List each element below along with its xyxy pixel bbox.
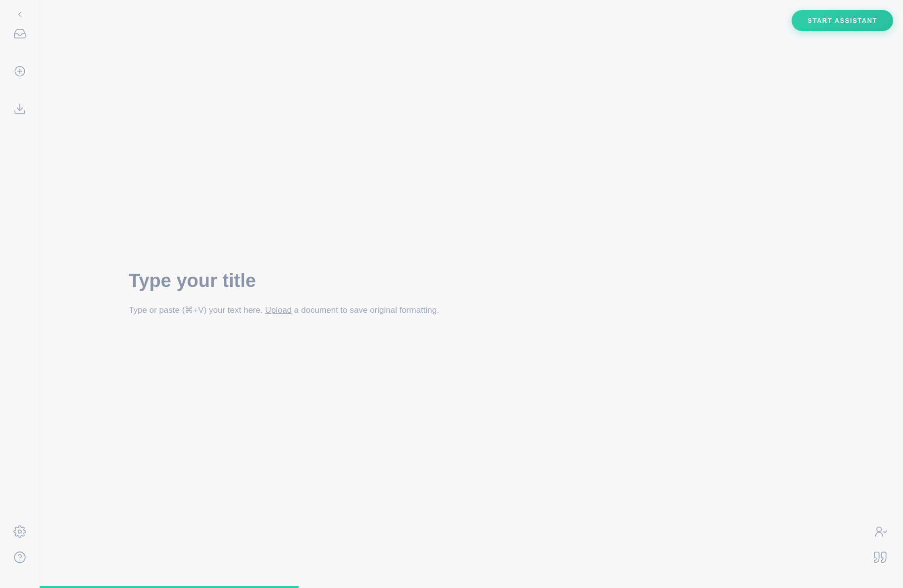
progress-bar — [40, 586, 903, 588]
help-button[interactable] — [9, 546, 31, 568]
back-button[interactable] — [15, 10, 24, 19]
main-content: Type your title Type or paste (⌘+V) your… — [40, 0, 903, 588]
sidebar — [0, 0, 40, 588]
start-assistant-button[interactable]: START ASSISTANT — [792, 10, 893, 31]
header-right: START ASSISTANT — [792, 10, 893, 31]
svg-point-4 — [18, 530, 22, 534]
sidebar-divider — [40, 0, 40, 588]
svg-point-5 — [14, 552, 25, 563]
add-button[interactable] — [9, 60, 31, 82]
inbox-button[interactable] — [9, 23, 31, 45]
download-button[interactable] — [9, 98, 31, 120]
settings-button[interactable] — [9, 521, 31, 542]
body-text-part2: a document to save original formatting. — [294, 305, 439, 315]
body-text-part1: Type or paste (⌘+V) your text here. — [129, 305, 263, 315]
person-icon-button[interactable] — [869, 521, 891, 542]
upload-link[interactable]: Upload — [265, 305, 292, 315]
document-body[interactable]: Type or paste (⌘+V) your text here. Uplo… — [129, 303, 439, 318]
bottom-right-icons — [869, 521, 891, 568]
quote-icon-button[interactable] — [869, 546, 891, 568]
svg-point-7 — [877, 527, 881, 532]
document-title[interactable]: Type your title — [129, 270, 256, 292]
